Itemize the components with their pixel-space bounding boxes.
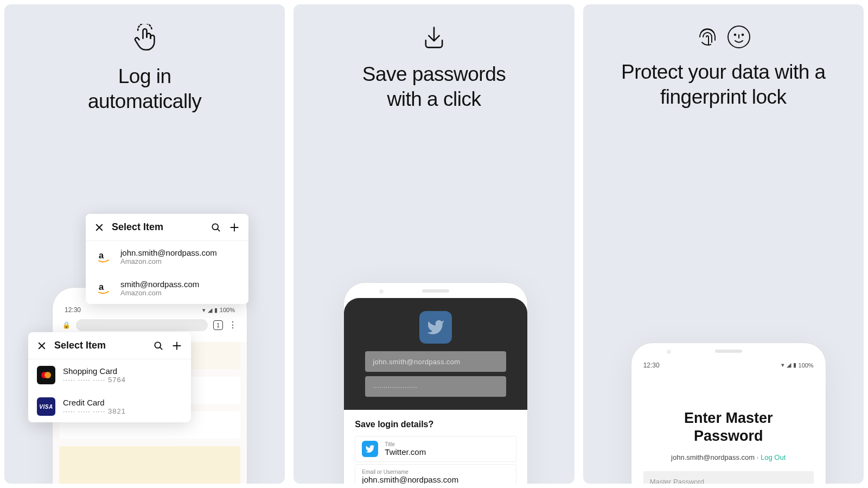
panel3-title: Protect your data with afingerprint lock	[621, 60, 826, 110]
field-value: john.smith@nordpass.com	[362, 475, 509, 484]
svg-point-19	[735, 34, 736, 36]
account-item[interactable]: a john.smith@nordpass.com Amazon.com	[86, 241, 248, 272]
close-icon[interactable]	[94, 223, 104, 232]
title-field[interactable]: Title Twitter.com	[355, 436, 516, 462]
field-label: Title	[385, 441, 509, 447]
browser-url-bar: 🔒 1 ⋮	[53, 316, 247, 334]
item-primary: smith@nordpass.com	[120, 280, 199, 289]
add-icon[interactable]	[229, 222, 240, 233]
master-password-input[interactable]: Master Password	[643, 471, 814, 484]
battery-icon: ▮	[793, 362, 796, 369]
panel-save-passwords: Save passwordswith a click john.smith@no…	[293, 4, 574, 484]
account-item[interactable]: a smith@nordpass.com Amazon.com	[86, 272, 248, 304]
twitter-icon	[362, 441, 378, 457]
hero-icon-row	[420, 24, 448, 52]
svg-line-3	[218, 229, 220, 231]
face-id-icon	[726, 24, 752, 50]
mastercard-icon	[37, 366, 55, 384]
site-email-field[interactable]: john.smith@nordpass.com	[365, 351, 506, 372]
status-bar: 12:30 ▾ ◢ ▮ 100%	[631, 358, 826, 371]
site-password-field[interactable]: ·····················	[365, 376, 506, 397]
panel-fingerprint-lock: Protect your data with afingerprint lock…	[583, 4, 864, 484]
item-secondary: Amazon.com	[120, 257, 217, 265]
battery-pct: 100%	[799, 362, 814, 369]
select-item-accounts-popup: Select Item a john.smith@nordpass.com Am…	[86, 214, 248, 304]
logout-link[interactable]: Log Out	[761, 453, 786, 461]
popup-title: Select Item	[54, 340, 145, 351]
svg-point-15	[44, 372, 51, 378]
item-secondary: Amazon.com	[120, 289, 199, 297]
add-icon[interactable]	[171, 340, 182, 351]
wifi-icon: ▾	[202, 307, 206, 314]
sheet-title: Save login details?	[355, 420, 516, 429]
amazon-icon: a	[94, 248, 113, 266]
browser-menu-icon[interactable]: ⋮	[228, 321, 237, 329]
status-time: 12:30	[65, 306, 81, 314]
battery-icon: ▮	[214, 307, 218, 314]
twitter-app-icon	[419, 311, 452, 344]
search-icon[interactable]	[153, 340, 164, 351]
popup-title: Select Item	[112, 221, 203, 233]
card-item[interactable]: VISA Credit Card ····· ····· ····· 3821	[28, 391, 191, 422]
item-primary: Credit Card	[63, 398, 126, 407]
fingerprint-icon	[694, 24, 720, 50]
close-icon[interactable]	[37, 341, 47, 351]
signal-icon: ◢	[787, 362, 791, 369]
phone-mock-2: john.smith@nordpass.com ················…	[343, 282, 528, 484]
panel-login-automatically: Log inautomatically 12:30 ▾ ◢ ▮ 100% 🔒 1…	[4, 4, 285, 484]
amazon-icon: a	[94, 279, 113, 297]
account-line: john.smith@nordpass.com · Log Out	[643, 453, 814, 461]
panel1-title: Log inautomatically	[88, 64, 201, 115]
svg-text:a: a	[99, 282, 104, 291]
wifi-icon: ▾	[781, 362, 784, 369]
phone-mock-3: 12:30 ▾ ◢ ▮ 100% Enter MasterPassword jo…	[631, 343, 826, 484]
master-password-title: Enter MasterPassword	[643, 409, 814, 446]
username-field[interactable]: Email or Username john.smith@nordpass.co…	[355, 464, 516, 484]
svg-line-11	[160, 347, 162, 349]
tab-count[interactable]: 1	[213, 320, 223, 330]
signal-icon: ◢	[208, 307, 212, 314]
hero-icon-row	[130, 24, 160, 54]
item-secondary: ····· ····· ····· 5764	[63, 376, 126, 384]
svg-text:a: a	[99, 250, 104, 260]
lock-icon: 🔒	[62, 321, 71, 329]
field-value: Twitter.com	[385, 447, 509, 457]
card-item[interactable]: Shopping Card ····· ····· ····· 5764	[28, 359, 191, 391]
status-bar: 12:30 ▾ ◢ ▮ 100%	[53, 303, 247, 316]
item-primary: john.smith@nordpass.com	[120, 248, 217, 257]
svg-point-20	[742, 34, 744, 36]
tap-hand-icon	[130, 24, 160, 54]
save-login-sheet: Save login details? Title Twitter.com Em…	[344, 410, 527, 484]
item-primary: Shopping Card	[63, 366, 126, 376]
download-tray-icon	[420, 24, 448, 52]
visa-icon: VISA	[37, 397, 55, 416]
account-email: john.smith@nordpass.com	[671, 453, 755, 461]
item-secondary: ····· ····· ····· 3821	[63, 407, 126, 415]
field-label: Email or Username	[362, 469, 509, 475]
battery-pct: 100%	[220, 307, 235, 313]
address-field[interactable]	[76, 319, 208, 331]
status-time: 12:30	[643, 362, 660, 369]
panel2-title: Save passwordswith a click	[362, 62, 506, 112]
search-icon[interactable]	[210, 222, 221, 233]
select-item-cards-popup: Select Item Shopping Card ····· ····· ··…	[28, 332, 191, 422]
hero-icon-row	[694, 24, 752, 50]
